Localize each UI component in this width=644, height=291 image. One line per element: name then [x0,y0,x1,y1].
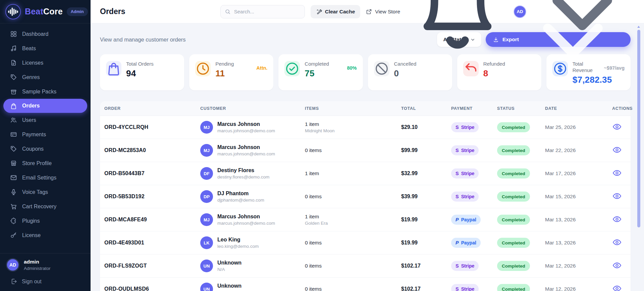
view-order-button[interactable] [612,122,622,132]
order-total: $19.99 [401,217,451,223]
user-role: Administrator [24,266,51,271]
sidebar-item-licenses[interactable]: Licenses [0,56,91,70]
items-count: 0 items [305,286,401,291]
main-area: Orders Clear Cache View Store 7 [91,0,644,291]
order-date: Mar 22, 2026 [545,147,612,153]
items-count: 0 items [305,263,401,269]
column-header-order: ORDER [104,106,200,111]
user-avatar: AD [6,258,19,272]
sidebar-item-store-profile[interactable]: Store Profile [0,156,91,170]
order-total: $102.17 [401,263,451,269]
view-order-button[interactable] [612,191,622,201]
payment-badge: SStripe [451,261,479,271]
user-name: admin [24,259,51,265]
stat-value: 11 [215,68,234,79]
order-id: ORD-OUDLMSD6 [104,286,200,291]
eye-icon [612,237,622,247]
customer-name: Leo King [217,237,259,243]
view-order-button[interactable] [612,284,622,291]
payment-logo-icon: S [455,171,459,176]
customer-name: Unknown [217,260,241,266]
view-order-button[interactable] [612,145,622,155]
table-row: ORD-MC2853A0 MJ Marcus Johnson marcus.jo… [100,139,631,162]
page-title: Orders [100,7,125,16]
microphone-icon [10,189,17,196]
sidebar-item-plugins[interactable]: Plugins [0,214,91,228]
eye-icon [612,214,622,224]
order-id: ORD-MC2853A0 [104,147,200,153]
column-header-total: TOTAL [401,106,451,111]
header-avatar[interactable]: AD [514,5,526,18]
puzzle-icon [10,217,17,224]
search-input[interactable] [220,5,305,18]
sidebar-item-dashboard[interactable]: Dashboard [0,27,91,41]
stat-label: Total Orders [126,61,154,67]
check-circle-icon [284,61,300,76]
payment-badge: SStripe [451,192,479,202]
view-order-button[interactable] [612,168,622,178]
customer-avatar: DF [200,167,213,180]
payment-badge: SStripe [451,284,479,291]
customer-name: Destiny Flores [217,167,269,173]
table-row: ORD-OUDLMSD6 UN Unknown N/A 0 items $102… [100,278,631,291]
chevron-down-icon [523,23,623,90]
sidebar-item-license[interactable]: License [0,228,91,242]
shopping-bag-icon [106,61,121,76]
view-store-button[interactable]: View Store [366,9,400,15]
customer-email: N/A [217,267,241,272]
view-order-button[interactable] [612,214,622,224]
order-id: ORD-5B53D192 [104,194,200,200]
payment-badge: PPaypal [451,238,481,248]
users-icon [10,117,17,124]
column-header-status: STATUS [497,106,545,111]
payment-logo-icon: S [455,194,459,199]
eye-icon [612,122,622,132]
sidebar-item-coupons[interactable]: Coupons [0,142,91,156]
sidebar-item-email-settings[interactable]: Email Settings [0,170,91,185]
clear-cache-button[interactable]: Clear Cache [311,5,361,18]
stat-value: 75 [305,68,329,79]
tag-icon [10,74,17,81]
sign-out-button[interactable]: Sign out [0,273,91,291]
page-subtitle: View and manage customer orders [100,37,186,43]
sidebar-item-beats[interactable]: Beats [0,41,91,56]
notifications-button[interactable]: 7 [407,0,508,62]
shopping-bag-icon [10,102,17,110]
customer-email: marcus.johnson@demo.com [217,128,275,133]
sign-out-label: Sign out [22,279,42,285]
payment-logo-icon: P [455,240,459,245]
stat-card-completed: Completed 75 80% [278,54,363,90]
stat-value: 0 [394,68,417,79]
sidebar-item-voice-tags[interactable]: Voice Tags [0,185,91,199]
items-note: Golden Era [305,221,401,226]
table-row: ORD-FLS9ZOGT UN Unknown N/A 0 items $102… [100,254,631,278]
sidebar-item-users[interactable]: Users [0,113,91,127]
scrollbar-up-arrow[interactable] [637,26,640,28]
items-note: Midnight Moon [305,128,401,133]
topbar: Orders Clear Cache View Store 7 [91,0,644,23]
customer-avatar: LK [200,236,213,249]
scrollbar-thumb[interactable] [637,30,640,227]
stat-label: Cancelled [394,61,417,67]
sidebar-item-orders[interactable]: Orders [3,99,87,113]
status-badge: Completed [497,192,530,202]
status-badge: Completed [497,122,530,132]
sidebar-item-genres[interactable]: Genres [0,70,91,84]
items-count: 0 items [305,194,401,200]
view-order-button[interactable] [612,237,622,247]
stat-value: 94 [126,68,154,79]
sidebar-item-payments[interactable]: Payments [0,127,91,142]
order-total: $102.17 [401,286,451,291]
credit-card-icon [10,131,17,138]
column-header-payment: PAYMENT [451,106,497,111]
customer-name: Marcus Johnson [217,121,275,127]
customer-email: marcus.johnson@demo.com [217,151,275,156]
eye-icon [612,284,622,291]
order-date: Mar 13, 2026 [545,240,612,246]
customer-avatar: UN [200,260,213,272]
view-order-button[interactable] [612,261,622,270]
sidebar-item-cart-recovery[interactable]: Cart Recovery [0,199,91,214]
sidebar-item-sample-packs[interactable]: Sample Packs [0,84,91,99]
table-body: ORD-4YCCLRQH MJ Marcus Johnson marcus.jo… [100,116,631,291]
table-row: ORD-B50443B7 DF Destiny Flores destiny.f… [100,162,631,185]
